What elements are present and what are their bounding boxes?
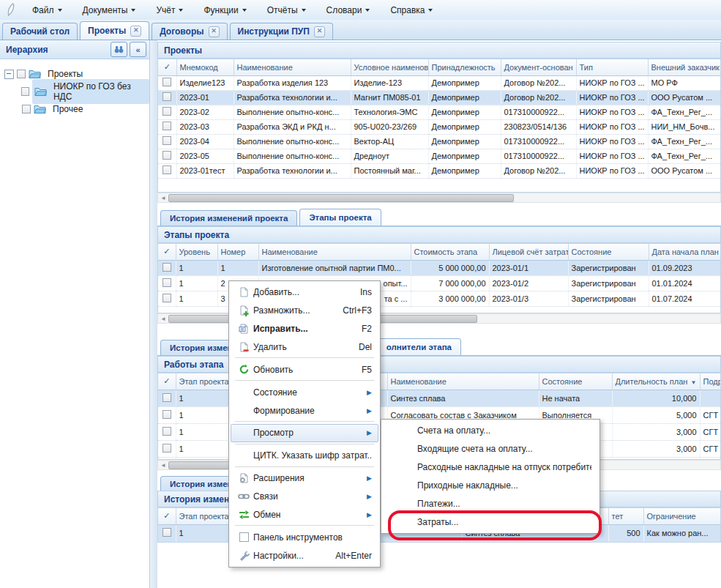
menu-item-refresh[interactable]: ОбновитьF5	[231, 360, 378, 379]
column-header[interactable]: Номер	[217, 244, 258, 260]
row-checkbox[interactable]	[162, 294, 171, 302]
column-header[interactable]: Уровень	[176, 244, 217, 260]
menu-separator	[235, 466, 374, 467]
table-row[interactable]: Изделие123Разработка изделия 123Изделие-…	[158, 75, 721, 90]
scroll-left-icon[interactable]: ◄	[158, 462, 168, 469]
collapse-panel-button[interactable]: «	[130, 42, 146, 57]
menubar-item-reports[interactable]: Отчёты	[257, 2, 315, 18]
column-header[interactable]: Подр	[700, 373, 721, 390]
column-header[interactable]: ✓	[158, 373, 176, 390]
row-checkbox[interactable]	[162, 528, 171, 537]
row-checkbox[interactable]	[162, 136, 171, 145]
tab-desktop[interactable]: Рабочий стол	[2, 23, 78, 40]
table-row[interactable]: 2023-05Выполнение опытно-конс...Дредноут…	[158, 149, 721, 163]
table-row[interactable]: 2023-01Разработка технологии и...Магнит …	[158, 90, 721, 105]
column-header[interactable]: ✓	[158, 244, 176, 260]
tree-checkbox[interactable]	[22, 105, 31, 113]
scrollbar-thumb[interactable]	[168, 194, 514, 202]
column-header[interactable]: Стоимость этапа	[411, 244, 489, 260]
menu-item-incoming-invoices[interactable]: Входящие счета на оплату...	[383, 440, 598, 458]
table-row[interactable]: 2023-01тестРазработка технологии и...Пос…	[158, 163, 721, 178]
row-checkbox[interactable]	[162, 263, 171, 272]
menu-item-expense-notes[interactable]: Расходные накладные на отпуск потребител…	[383, 458, 598, 477]
scroll-left-icon[interactable]: ◄	[158, 316, 168, 322]
column-header[interactable]: тет	[608, 508, 643, 524]
vertical-splitter[interactable]	[150, 40, 157, 588]
menu-item-payments[interactable]: Платежи...	[383, 494, 598, 513]
menu-item-expenses[interactable]: Затраты...	[383, 513, 598, 531]
column-header[interactable]: Лицевой счёт затрат.	[489, 244, 568, 260]
menubar-item-file[interactable]: Файл	[22, 2, 71, 18]
menu-item-delete[interactable]: УдалитьDel	[231, 338, 378, 357]
menu-item-citk[interactable]: ЦИТК. Указать шифр затрат...	[231, 447, 378, 465]
menu-item-extensions[interactable]: Расширения▶	[231, 469, 378, 488]
column-header[interactable]: Условное наименова	[351, 59, 428, 75]
column-header[interactable]: Тип	[576, 59, 648, 75]
menubar-item-help[interactable]: Справка	[380, 2, 441, 18]
menubar-item-functions[interactable]: Функции	[193, 2, 255, 18]
menubar-item-dictionaries[interactable]: Словари	[316, 2, 379, 18]
table-row[interactable]: 2023-03Разработка ЭКД и РКД н...905-U020…	[158, 119, 721, 134]
table-row[interactable]: 11Изготовление опытной партии ПМ0...5 00…	[158, 260, 721, 275]
row-checkbox[interactable]	[162, 122, 171, 130]
column-header[interactable]: Наименование	[387, 373, 539, 390]
menu-item-state[interactable]: Состояние▶	[231, 383, 378, 401]
tab-project-history[interactable]: История изменений проекта	[160, 210, 297, 226]
column-header[interactable]: ✓	[158, 508, 176, 524]
table-cell: Вектор-АЦ	[351, 134, 428, 149]
row-checkbox[interactable]	[162, 410, 171, 419]
table-row[interactable]: 2023-04Выполнение опытно-конс...Вектор-А…	[158, 134, 721, 149]
scroll-left-icon[interactable]: ◄	[158, 195, 168, 201]
menu-item-duplicate[interactable]: Размножить...Ctrl+F3	[231, 302, 378, 320]
tree-node-niokr[interactable]: НИОКР по ГОЗ без НДС	[4, 83, 149, 100]
row-checkbox[interactable]	[162, 78, 171, 86]
row-checkbox[interactable]	[162, 393, 171, 402]
table-cell: Как можно ран...	[643, 524, 721, 542]
row-checkbox[interactable]	[162, 427, 171, 436]
menu-item-invoices[interactable]: Счета на оплату...	[383, 422, 598, 440]
menubar-item-documents[interactable]: Документы	[72, 2, 145, 18]
menu-item-settings[interactable]: Настройки...Alt+Enter	[231, 546, 378, 565]
column-header[interactable]: ✓	[158, 59, 176, 75]
tree-checkbox[interactable]	[21, 87, 29, 96]
menubar-item-accounting[interactable]: Учёт	[146, 2, 192, 18]
menu-item-links[interactable]: Связи▶	[231, 488, 378, 506]
column-header[interactable]: Состояние	[568, 244, 649, 260]
row-checkbox[interactable]	[162, 151, 171, 160]
tree-checkbox[interactable]	[17, 70, 26, 78]
menu-item-view[interactable]: Просмотр▶	[231, 424, 378, 442]
tree-collapse-icon[interactable]	[4, 70, 14, 79]
row-checkbox[interactable]	[162, 92, 171, 101]
table-row[interactable]: 2023-02Выполнение опытно-конс...Технолог…	[158, 105, 721, 119]
column-header[interactable]: Ограничение	[643, 508, 721, 524]
tab-close-icon[interactable]: ✕	[209, 26, 220, 37]
menu-item-add[interactable]: Добавить...Ins	[231, 283, 378, 302]
menu-item-formation[interactable]: Формирование▶	[231, 401, 378, 420]
submenu-arrow-icon: ▶	[367, 389, 372, 396]
column-header[interactable]: Внешний заказчик	[648, 59, 721, 75]
row-checkbox[interactable]	[162, 444, 171, 453]
column-header[interactable]: Принадлежность	[428, 59, 501, 75]
row-checkbox[interactable]	[162, 107, 171, 116]
horizontal-scrollbar[interactable]: ◄	[157, 193, 721, 203]
row-checkbox[interactable]	[162, 278, 171, 287]
menu-item-toolbar-panel[interactable]: Панель инструментов	[231, 528, 378, 546]
tab-instructions[interactable]: Инструкции ПУП✕	[230, 23, 333, 40]
tab-projects[interactable]: Проекты✕	[80, 21, 149, 40]
menu-item-edit[interactable]: Исправить...F2	[231, 320, 378, 338]
column-header[interactable]: Наименование	[234, 59, 351, 75]
column-header[interactable]: Наименование	[258, 244, 411, 260]
row-checkbox[interactable]	[162, 165, 171, 174]
column-header[interactable]: Мнемокод	[176, 59, 234, 75]
column-header[interactable]: Дата начала план	[649, 244, 721, 260]
tree-search-button[interactable]	[111, 42, 127, 57]
menu-item-receipt-notes[interactable]: Приходные накладные...	[383, 476, 598, 494]
column-header[interactable]: Состояние	[539, 373, 612, 390]
tab-project-stages[interactable]: Этапы проекта	[299, 209, 381, 226]
tab-close-icon[interactable]: ✕	[314, 26, 325, 37]
menu-item-exchange[interactable]: Обмен▶	[231, 505, 378, 524]
tab-close-icon[interactable]: ✕	[130, 26, 141, 37]
column-header[interactable]: Документ-основан	[501, 59, 576, 75]
column-header[interactable]: Длительность план▼	[612, 373, 700, 390]
tab-contracts[interactable]: Договоры✕	[152, 23, 227, 40]
